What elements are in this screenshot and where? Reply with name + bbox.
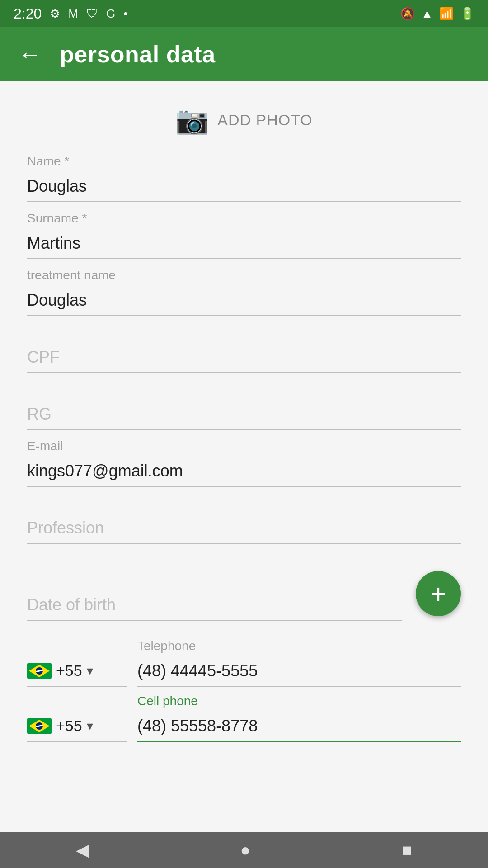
surname-field-group: Surname * [27,211,461,259]
gmail-icon: M [68,7,78,21]
mute-icon: 🔕 [400,7,415,21]
telephone-row: +55 ▾ Telephone [27,639,461,687]
cellphone-input-group: Cell phone [137,694,461,742]
surname-input[interactable] [27,229,461,259]
page-title: personal data [60,41,216,68]
email-label: E-mail [27,439,461,453]
wifi-icon: ▲ [421,7,433,21]
rg-field-group [27,400,461,430]
date-of-birth-input[interactable] [27,591,402,621]
email-field-group: E-mail [27,439,461,487]
treatment-name-input[interactable] [27,286,461,316]
camera-icon: 📷 [175,104,209,136]
form-content: 📷 ADD PHOTO Name * Surname * treatment n… [0,81,488,832]
signal-icon: 📶 [439,7,454,21]
name-field-group: Name * [27,154,461,202]
status-bar: 2:20 ⚙ M 🛡 G • 🔕 ▲ 📶 🔋 [0,0,488,27]
name-label: Name * [27,154,461,169]
email-input[interactable] [27,457,461,487]
treatment-name-field-group: treatment name [27,268,461,316]
surname-label: Surname * [27,211,461,226]
add-photo-label: ADD PHOTO [217,111,313,129]
rg-input[interactable] [27,400,461,430]
telephone-input-group: Telephone [137,639,461,687]
cellphone-flag [27,718,52,734]
cellphone-row: +55 ▾ Cell phone [27,694,461,742]
nav-home-button[interactable]: ● [240,840,251,860]
name-input[interactable] [27,172,461,202]
nav-back-button[interactable]: ◀ [76,840,89,860]
google-icon: G [106,7,115,21]
status-time: 2:20 [14,5,42,22]
nav-recent-button[interactable]: ■ [402,840,413,860]
status-bar-left: 2:20 ⚙ M 🛡 G • [14,5,127,22]
telephone-label: Telephone [137,639,461,653]
cellphone-country-selector[interactable]: +55 ▾ [27,717,127,742]
telephone-country-code: +55 [56,662,82,679]
profession-input[interactable] [27,514,461,544]
battery-icon: 🔋 [460,7,474,21]
dob-row: + [27,571,461,621]
cpf-field-group [27,343,461,373]
treatment-name-label: treatment name [27,268,461,283]
telephone-flag [27,663,52,679]
telephone-dropdown-arrow: ▾ [87,663,93,678]
dot-icon: • [123,7,127,21]
app-bar: ← personal data [0,27,488,81]
settings-icon: ⚙ [50,7,60,21]
add-photo-button[interactable]: 📷 ADD PHOTO [27,81,461,154]
telephone-country-selector[interactable]: +55 ▾ [27,662,127,687]
cellphone-country-code: +55 [56,717,82,735]
add-fab-button[interactable]: + [416,571,461,616]
cellphone-dropdown-arrow: ▾ [87,718,93,733]
cellphone-label: Cell phone [137,694,461,708]
back-button[interactable]: ← [18,42,42,66]
profession-field-group [27,514,461,544]
telephone-input[interactable] [137,657,461,687]
bottom-nav: ◀ ● ■ [0,832,488,868]
shield-icon: 🛡 [86,7,98,21]
cpf-input[interactable] [27,343,461,373]
cellphone-input[interactable] [137,712,461,742]
dob-field-group [27,591,402,621]
status-bar-right: 🔕 ▲ 📶 🔋 [400,7,474,21]
